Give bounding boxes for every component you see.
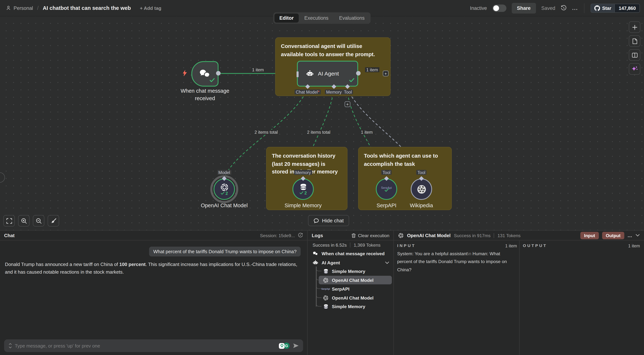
chat-user-message: What percent of the tariffs Donald Trump… [149,247,301,257]
clear-execution-button[interactable]: Clear execution [351,233,389,238]
agent-input-handle[interactable] [296,71,298,77]
person-icon [6,5,11,10]
memory-port-label: Memory [294,170,312,175]
subnode-openai-chat-model[interactable]: 2 [214,178,235,200]
chat-bubbles-icon [312,251,318,256]
add-node-button[interactable] [629,21,640,33]
collapse-chevron-icon[interactable] [385,260,390,265]
subnode-serpapi[interactable]: SerpApi [376,178,397,200]
database-icon [299,183,307,191]
zoom-in-icon [21,218,27,224]
logs-panel: Logs Clear execution Success in 6.52s 1,… [307,231,394,355]
success-check-icon [210,77,215,84]
sticky-note-tools[interactable]: Tools which agent can use to accomplish … [358,147,452,210]
send-message-button[interactable] [293,343,299,348]
chevron-down-icon [636,234,640,237]
breadcrumb-project[interactable]: Personal [6,5,33,11]
caret-up-icon [8,343,12,345]
check-icon [384,188,389,192]
add-sticky-note-button[interactable] [629,35,640,47]
status-divider [494,233,494,238]
detail-node-status: Success in 917ms [454,233,490,238]
bottom-panels: Chat Session: 15de9... What percent of t… [0,230,644,355]
tab-editor[interactable]: Editor [274,13,298,22]
input-view-button[interactable]: Input [580,232,599,239]
log-row-serpapi[interactable]: SerpApi SerpAPI [323,285,350,293]
output-item-count: 1 item [628,243,640,248]
detail-more-button[interactable]: ... [628,232,632,238]
add-tag-button[interactable]: + Add tag [140,5,162,10]
check-icon [220,191,224,195]
toggle-panel-button[interactable] [629,49,640,61]
tab-evaluations[interactable]: Evaluations [334,13,370,22]
history-carets[interactable] [8,343,12,348]
subnode-simple-memory[interactable]: 2 [292,178,314,200]
wikipedia-globe-icon [416,184,426,194]
edge-label-agent-out: 1 item [365,67,379,72]
project-name: Personal [14,5,33,11]
log-row-openai-chat-model[interactable]: OpenAI Chat Model [323,276,374,284]
workflow-history-button[interactable] [560,5,567,11]
zoom-to-fit-button[interactable] [3,215,15,227]
output-view-button[interactable]: Output [602,232,624,239]
tidy-up-button[interactable] [48,215,59,227]
robot-icon [306,70,314,77]
workflow-title[interactable]: AI chatbot that can search the web [43,5,131,11]
edge-label-serp-total: 1 item [360,130,374,135]
trigger-output-handle[interactable] [216,71,220,75]
check-icon [300,191,304,194]
chat-bubbles-icon [199,68,211,80]
execution-status: Success in 6.52s 1,369 Tokens [312,242,380,247]
canvas-toolbar [3,215,59,227]
chat-panel-title: Chat [4,233,14,238]
chat-message-input[interactable] [15,343,279,348]
success-check-icon [349,77,354,84]
workflow-canvas[interactable]: Conversational agent will utilise availa… [0,16,644,230]
tab-executions[interactable]: Executions [300,13,334,22]
log-row-openai-chat-model-2[interactable]: OpenAI Chat Model [323,294,374,302]
agent-output-handle[interactable] [356,71,360,75]
hide-chat-button[interactable]: Hide chat [308,215,349,226]
zoom-out-button[interactable] [33,215,44,227]
log-row-chat-trigger[interactable]: When chat message received [312,250,385,258]
active-toggle[interactable] [492,4,506,12]
trigger-node-name: When chat message received [176,87,234,102]
agent-port-label-chat-model: Chat Model* [294,89,321,94]
reset-session-icon[interactable] [298,233,303,238]
header-divider [584,3,584,13]
collapse-panel-button[interactable] [636,234,640,237]
zoom-out-icon [36,218,42,224]
sticky-note-memory[interactable]: The conversation history (last 20 messag… [266,147,348,210]
database-icon [323,269,328,274]
execution-success-time: Success in 6.52s [312,242,347,247]
tree-elbow [316,302,322,307]
model-node-name: OpenAI Chat Model [191,202,257,209]
github-star-label: Star [602,5,611,10]
add-node-after-agent-button[interactable]: + [383,71,388,76]
tree-elbow [316,284,322,289]
github-star-widget[interactable]: Star 147,860 [591,3,640,12]
note-icon [632,38,638,44]
grammarly-extension-badge[interactable]: G [279,343,290,349]
node-ai-agent[interactable]: AI Agent [297,61,358,87]
extension-icon [280,344,284,348]
split-columns-icon [632,52,638,58]
subnode-wikipedia[interactable] [411,178,432,200]
breadcrumb-separator: / [37,5,38,11]
log-row-simple-memory-2[interactable]: Simple Memory [323,303,365,311]
execution-tokens: 1,369 Tokens [354,242,380,247]
node-chat-trigger[interactable] [191,61,218,86]
log-row-simple-memory[interactable]: Simple Memory [323,267,365,275]
memory-node-name: Simple Memory [274,202,332,209]
share-button[interactable]: Share [512,3,536,13]
add-tool-button[interactable]: + [344,101,350,107]
caret-down-icon [8,346,12,348]
sticky-note-agent-text: Conversational agent will utilise availa… [281,42,385,58]
more-options-button[interactable]: ... [572,5,578,11]
serpapi-logo: SerpApi [323,288,328,290]
input-data-text[interactable]: System: You are a helpful assistant\n Hu… [397,250,513,274]
agent-node-name: AI Agent [318,71,339,77]
log-row-ai-agent[interactable]: AI Agent [312,259,394,267]
zoom-in-button[interactable] [18,215,30,227]
ai-assistant-button[interactable] [629,63,640,75]
